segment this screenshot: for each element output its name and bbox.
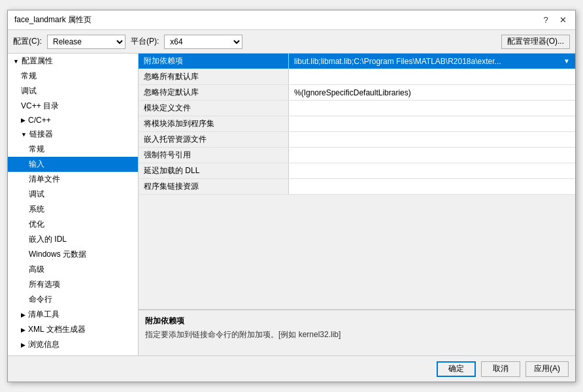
sidebar-item-label: 高级 — [29, 264, 44, 275]
prop-value-ignore-all-default — [289, 69, 575, 84]
table-row[interactable]: 忽略待定默认库 %(IgnoreSpecificDefaultLibraries… — [139, 85, 575, 101]
sidebar-item-config-props[interactable]: ▼ 配置属性 — [8, 54, 138, 69]
sidebar-item-linker-input[interactable]: 输入 — [8, 157, 138, 172]
description-text: 指定要添加到链接命令行的附加加项。[例如 kernel32.lib] — [145, 329, 569, 340]
prop-name-delay-load: 延迟加载的 DLL — [139, 163, 289, 178]
sidebar-item-linker-system[interactable]: 系统 — [8, 202, 138, 217]
properties-table: 附加依赖项 libut.lib;libmat.lib;C:\Program Fi… — [139, 54, 575, 310]
sidebar-item-label: 常规 — [29, 144, 44, 155]
platform-select[interactable]: x64 — [164, 35, 242, 49]
description-area: 附加依赖项 指定要添加到链接命令行的附加加项。[例如 kernel32.lib] — [139, 310, 575, 355]
table-row[interactable]: 忽略所有默认库 — [139, 69, 575, 85]
table-row[interactable]: 嵌入托管资源文件 — [139, 132, 575, 148]
title-bar: face_landmark 属性页 ? ✕ — [8, 10, 575, 30]
prop-name-ignore-specific: 忽略待定默认库 — [139, 85, 289, 100]
sidebar-item-all-opts[interactable]: 所有选项 — [8, 277, 138, 292]
prop-value-ignore-specific: %(IgnoreSpecificDefaultLibraries) — [289, 85, 575, 100]
expand-arrow: ▶ — [21, 117, 25, 123]
sidebar-item-windows-meta[interactable]: Windows 元数据 — [8, 247, 138, 262]
prop-value-force-symbol — [289, 148, 575, 163]
expand-arrow: ▶ — [21, 327, 25, 333]
table-row[interactable]: 附加依赖项 libut.lib;libmat.lib;C:\Program Fi… — [139, 54, 575, 69]
description-title: 附加依赖项 — [145, 316, 569, 327]
sidebar-item-label: 调试 — [29, 189, 44, 200]
table-row[interactable]: 将模块添加到程序集 — [139, 116, 575, 132]
table-row[interactable]: 程序集链接资源 — [139, 179, 575, 195]
bottom-bar: 确定 取消 应用(A) — [8, 355, 575, 382]
sidebar-item-cmdline[interactable]: 命令行 — [8, 292, 138, 307]
sidebar-item-vcpp-dirs[interactable]: VC++ 目录 — [8, 99, 138, 114]
sidebar-item-browse[interactable]: ▶ 浏览信息 — [8, 337, 138, 352]
sidebar-item-label: Windows 元数据 — [29, 249, 86, 260]
table-row[interactable]: 模块定义文件 — [139, 101, 575, 116]
content-area: 附加依赖项 libut.lib;libmat.lib;C:\Program Fi… — [139, 54, 575, 355]
prop-name-embed-resource: 嵌入托管资源文件 — [139, 132, 289, 147]
sidebar-item-label: 嵌入的 IDL — [29, 234, 67, 245]
sidebar-item-label: VC++ 目录 — [21, 101, 59, 112]
main-area: ▼ 配置属性 常规 调试 VC++ 目录 ▶ C/C++ ▼ 链接器 常规 — [8, 54, 575, 355]
prop-value-delay-load — [289, 163, 575, 178]
sidebar-item-linker-manifest[interactable]: 清单文件 — [8, 172, 138, 187]
cancel-button[interactable]: 取消 — [481, 361, 520, 377]
sidebar-item-manifest-tool[interactable]: ▶ 清单工具 — [8, 307, 138, 322]
prop-value-additional-deps[interactable]: libut.lib;libmat.lib;C:\Program Files\MA… — [289, 54, 575, 69]
apply-button[interactable]: 应用(A) — [525, 361, 569, 377]
close-button[interactable]: ✕ — [557, 14, 569, 26]
prop-value-add-module — [289, 116, 575, 131]
sidebar: ▼ 配置属性 常规 调试 VC++ 目录 ▶ C/C++ ▼ 链接器 常规 — [8, 54, 139, 355]
prop-name-force-symbol: 强制符号引用 — [139, 148, 289, 163]
sidebar-item-label: 链接器 — [29, 129, 53, 140]
title-bar-buttons: ? ✕ — [540, 14, 569, 26]
sidebar-item-label: 清单工具 — [28, 309, 59, 320]
sidebar-item-label: XML 文档生成器 — [28, 324, 86, 335]
prop-name-add-module: 将模块添加到程序集 — [139, 116, 289, 131]
table-row[interactable]: 强制符号引用 — [139, 148, 575, 163]
sidebar-item-label: 配置属性 — [22, 56, 53, 67]
expand-arrow: ▼ — [21, 131, 27, 138]
sidebar-item-label: 所有选项 — [29, 279, 60, 290]
help-button[interactable]: ? — [540, 14, 552, 26]
prop-name-assembly-link: 程序集链接资源 — [139, 179, 289, 194]
sidebar-item-general[interactable]: 常规 — [8, 69, 138, 84]
sidebar-item-label: 输入 — [29, 159, 44, 170]
prop-value-assembly-link — [289, 179, 575, 194]
config-select[interactable]: Release — [47, 35, 125, 49]
sidebar-item-cpp[interactable]: ▶ C/C++ — [8, 114, 138, 127]
dropdown-arrow-icon: ▼ — [563, 57, 570, 65]
config-label: 配置(C): — [13, 36, 42, 47]
prop-name-module-def: 模块定义文件 — [139, 101, 289, 116]
sidebar-item-linker-opt[interactable]: 优化 — [8, 217, 138, 232]
sidebar-item-label: 命令行 — [29, 294, 52, 305]
platform-label: 平台(P): — [131, 36, 159, 47]
sidebar-item-linker[interactable]: ▼ 链接器 — [8, 127, 138, 142]
prop-value-module-def — [289, 101, 575, 116]
prop-name-additional-deps: 附加依赖项 — [139, 54, 289, 69]
sidebar-item-label: 优化 — [29, 219, 44, 230]
sidebar-item-linker-idl[interactable]: 嵌入的 IDL — [8, 232, 138, 247]
sidebar-item-label: 清单文件 — [29, 174, 60, 185]
sidebar-item-label: 浏览信息 — [28, 339, 59, 350]
expand-arrow: ▶ — [21, 342, 25, 348]
sidebar-item-debug[interactable]: 调试 — [8, 84, 138, 99]
sidebar-item-linker-debug[interactable]: 调试 — [8, 187, 138, 202]
sidebar-item-linker-general[interactable]: 常规 — [8, 142, 138, 157]
dialog: face_landmark 属性页 ? ✕ 配置(C): Release 平台(… — [7, 10, 576, 382]
sidebar-item-label: 系统 — [29, 204, 44, 215]
config-manager-button[interactable]: 配置管理器(O)... — [501, 35, 570, 49]
sidebar-item-label: 常规 — [21, 71, 37, 82]
prop-value-text: libut.lib;libmat.lib;C:\Program Files\MA… — [294, 57, 501, 66]
prop-value-embed-resource — [289, 132, 575, 147]
sidebar-item-advanced[interactable]: 高级 — [8, 262, 138, 277]
expand-arrow: ▼ — [13, 58, 19, 65]
prop-name-ignore-all-default: 忽略所有默认库 — [139, 69, 289, 84]
sidebar-item-label: C/C++ — [28, 116, 51, 125]
expand-arrow: ▶ — [21, 312, 25, 318]
table-row[interactable]: 延迟加载的 DLL — [139, 163, 575, 179]
ok-button[interactable]: 确定 — [437, 361, 476, 377]
toolbar: 配置(C): Release 平台(P): x64 配置管理器(O)... — [8, 30, 575, 54]
sidebar-item-xml-gen[interactable]: ▶ XML 文档生成器 — [8, 322, 138, 337]
sidebar-item-label: 调试 — [21, 86, 37, 97]
dialog-title: face_landmark 属性页 — [14, 14, 92, 25]
